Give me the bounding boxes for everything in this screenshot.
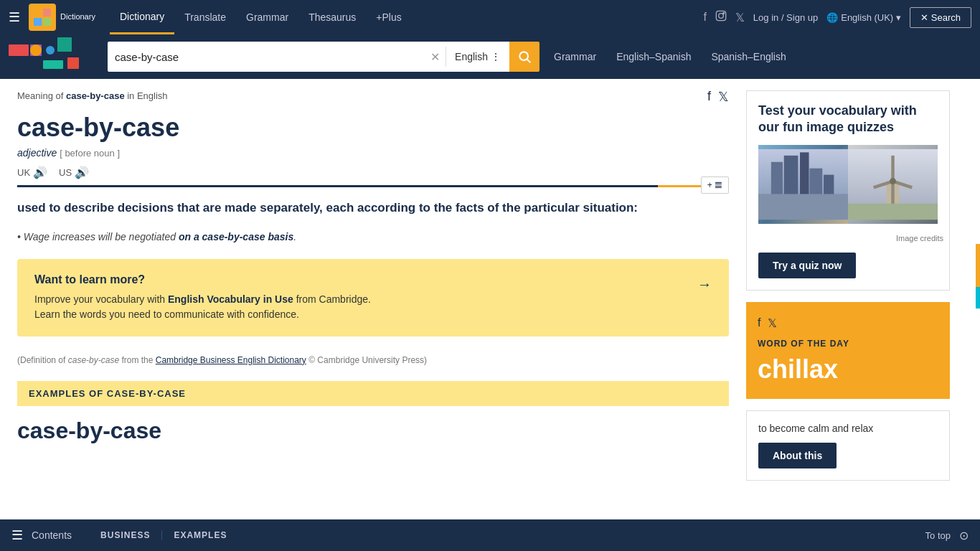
svg-rect-23 [848,204,938,220]
learn-more-text3: Learn the words you need to communicate … [34,309,299,320]
nav-thesaurus[interactable]: Thesaurus [298,1,366,33]
wotd-social: f 𝕏 [758,316,938,330]
image-credits[interactable]: Image credits [747,232,949,244]
right-sidebar: Test your vocabulary with our fun image … [746,79,961,509]
orange-accent-bar [976,244,980,287]
quiz-images [758,145,938,224]
example-sentence: • Wage increases will be negotiated on a… [17,229,729,245]
svg-point-22 [890,178,896,184]
uk-pronunciation: UK 🔊 [17,166,47,179]
share-twitter-icon[interactable]: 𝕏 [718,89,729,105]
wotd-label: WORD OF THE DAY [758,339,938,349]
nav-dictionary[interactable]: Dictionary [110,1,174,34]
main-layout: f 𝕏 Meaning of case-by-case in English c… [0,79,980,509]
examples-word-title: case-by-case [17,418,729,444]
subnav-english-spanish[interactable]: English–Spanish [613,51,694,62]
svg-rect-0 [34,9,42,17]
quiz-image-2 [848,145,938,224]
examples-header: EXAMPLES of case-by-case [17,381,729,406]
cambridge-logo [29,4,56,31]
example-highlight: on a case-by-case basis [179,231,293,242]
subnav-grammar[interactable]: Grammar [551,51,599,62]
wotd-desc-text: to become calm and relax [758,423,938,434]
search-button-top[interactable]: ✕ Search [910,7,971,28]
quiz-card-header: Test your vocabulary with our fun image … [747,91,949,232]
quiz-title: Test your vocabulary with our fun image … [758,103,938,136]
nav-translate[interactable]: Translate [174,1,236,33]
learn-more-bold: English Vocabulary in Use [168,293,293,305]
definition-divider: + 𝌆 [17,185,729,187]
breadcrumb-suffix: in English [125,90,168,101]
pos-label: adjective [ before noun ] [17,147,729,159]
facebook-icon[interactable]: f [703,11,706,24]
breadcrumb-prefix: Meaning of [17,90,66,101]
svg-rect-1 [43,9,51,17]
wotd-card: f 𝕏 WORD OF THE DAY chillax [746,302,950,399]
source-text: (Definition of case-by-case from the Cam… [17,354,729,367]
about-this-button[interactable]: About this [758,443,837,468]
uk-audio-button[interactable]: 🔊 [33,166,47,179]
svg-point-5 [719,14,724,19]
breadcrumb: f 𝕏 Meaning of case-by-case in English [17,90,729,101]
svg-line-8 [527,60,531,63]
left-content: f 𝕏 Meaning of case-by-case in English c… [0,79,746,509]
learn-more-text2: from Cambridge. [293,293,371,305]
share-facebook-icon[interactable]: f [707,89,711,105]
us-label: US [59,167,72,178]
svg-point-7 [519,52,528,60]
search-input[interactable] [108,51,425,63]
learn-more-arrow[interactable]: → [697,276,712,293]
logo-text: Dictionary [60,12,95,22]
nav-right-area: f 𝕏 Log in / Sign up 🌐 English (UK) ▾ ✕ … [703,7,971,28]
learn-more-text: Want to learn more? Improve your vocabul… [34,273,689,322]
nav-grammar[interactable]: Grammar [236,1,298,33]
learn-more-desc: Improve your vocabulary with English Voc… [34,292,689,322]
source-link[interactable]: Cambridge Business English Dictionary [156,355,306,365]
wotd-facebook-icon[interactable]: f [758,316,760,330]
login-button[interactable]: Log in / Sign up [753,12,818,23]
wotd-desc-card: to become calm and relax About this [746,410,950,481]
search-go-button[interactable] [509,42,540,72]
top-navigation: ☰ Dictionary Dictionary Translate Gramma… [0,0,980,34]
search-input-wrap: ✕ English ⋮ [108,42,509,72]
us-pronunciation: US 🔊 [59,166,89,179]
decorative-blocks [9,44,102,69]
examples-prefix: EXAMPLES of [29,388,107,399]
uk-label: UK [17,167,30,178]
search-bar-area: ✕ English ⋮ Grammar English–Spanish Span… [0,34,980,79]
main-nav-links: Dictionary Translate Grammar Thesaurus +… [110,1,412,34]
svg-rect-2 [34,18,42,26]
definition-text: used to describe decisions that are made… [17,199,729,217]
breadcrumb-word: case-by-case [66,90,125,101]
add-to-list-button[interactable]: + 𝌆 [701,176,729,194]
word-title: case-by-case [17,113,729,143]
quiz-image-1 [758,145,848,224]
language-selector[interactable]: 🌐 English (UK) ▾ [826,12,901,23]
blue-accent-bar [976,287,980,309]
svg-rect-3 [43,18,51,26]
pronunciation-row: UK 🔊 US 🔊 [17,166,729,179]
instagram-icon[interactable] [715,10,727,24]
us-audio-button[interactable]: 🔊 [75,166,89,179]
share-icons: f 𝕏 [707,89,729,105]
quiz-card: Test your vocabulary with our fun image … [746,90,950,291]
wotd-word: chillax [758,354,938,385]
svg-rect-15 [758,194,848,220]
learn-more-text1: Improve your vocabulary with [34,293,168,305]
logo-area[interactable]: Dictionary [29,4,95,31]
try-quiz-button[interactable]: Try a quiz now [758,253,856,278]
language-select[interactable]: English ⋮ [446,51,509,62]
wotd-twitter-icon[interactable]: 𝕏 [768,316,777,330]
clear-search-icon[interactable]: ✕ [425,50,446,64]
subnav: Grammar English–Spanish Spanish–English [551,51,789,62]
learn-more-title: Want to learn more? [34,273,689,286]
hamburger-icon[interactable]: ☰ [9,9,20,25]
subnav-spanish-english[interactable]: Spanish–English [708,51,788,62]
examples-word: case-by-case [107,388,186,399]
nav-plus[interactable]: +Plus [366,1,411,33]
learn-more-box: Want to learn more? Improve your vocabul… [17,259,729,336]
svg-point-6 [723,12,725,14]
twitter-icon[interactable]: 𝕏 [735,11,745,24]
